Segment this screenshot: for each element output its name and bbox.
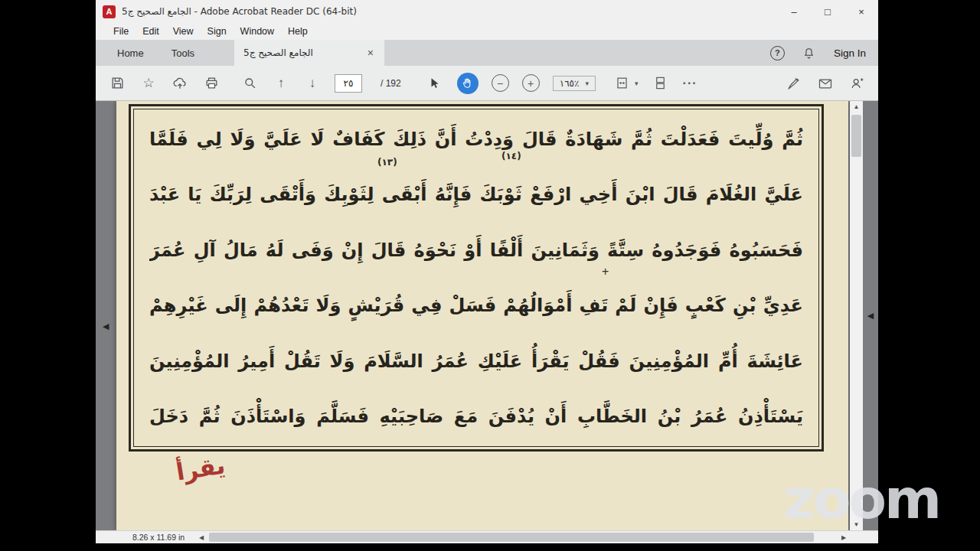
window-controls: – □ × [777, 0, 878, 23]
cloud-upload-icon[interactable] [171, 74, 189, 93]
video-frame: A الجامع الصحيح ج5 - Adobe Acrobat Reade… [0, 0, 980, 551]
zoom-in-icon[interactable]: + [522, 74, 540, 92]
menu-view[interactable]: View [166, 24, 201, 39]
more-tools-icon[interactable]: ··· [683, 77, 697, 90]
scroll-up-icon[interactable]: ▲ [850, 101, 863, 112]
text-line: عَلَيَّ الغُلَامَ قَالَ ابْنَ أَخِي ارْف… [149, 171, 803, 218]
select-tool-icon[interactable] [426, 74, 444, 93]
document-tab-label: الجامع الصحيح ج5 [243, 47, 313, 58]
help-icon[interactable]: ? [770, 46, 785, 60]
zoom-out-icon[interactable]: − [492, 74, 509, 92]
sign-in-button[interactable]: Sign In [834, 47, 866, 59]
zoom-level-dropdown[interactable]: ١٦٥٪ ▾ [553, 76, 596, 91]
tab-close-icon[interactable]: × [366, 47, 375, 59]
toolbar-share-group [785, 74, 866, 93]
text-line: عَدِيِّ بْنِ كَعْبٍ فَإِنْ لَمْ تَفِ أَم… [149, 282, 803, 329]
fill-sign-pen-icon[interactable] [785, 74, 803, 93]
footnote-marker-13: (١٣) [377, 157, 397, 168]
fit-page-icon[interactable] [612, 74, 631, 93]
window-title: الجامع الصحيح ج5 - Adobe Acrobat Reader … [122, 6, 357, 17]
vertical-scrollbar-thumb[interactable] [851, 115, 861, 157]
print-icon[interactable] [202, 74, 220, 93]
menu-sign[interactable]: Sign [201, 24, 234, 39]
vertical-scrollbar[interactable]: ▲ ▼ [850, 101, 863, 530]
tab-bar-right: ? Sign In [770, 40, 878, 66]
save-icon[interactable] [108, 74, 126, 93]
title-bar: A الجامع الصحيح ج5 - Adobe Acrobat Reade… [96, 0, 878, 23]
tab-bar: Home Tools الجامع الصحيح ج5 × ? Sign In [96, 40, 878, 66]
tools-panel-expander-icon[interactable]: ◀ [867, 311, 874, 321]
search-icon[interactable] [240, 74, 259, 93]
toolbar-view-group: ▾ ··· [612, 74, 697, 93]
text-line: ثُمَّ وُلِّيتَ فَعَدَلْتَ ثُمَّ شَهَادَة… [149, 116, 803, 163]
menu-edit[interactable]: Edit [136, 24, 166, 39]
chevron-down-icon: ▾ [586, 80, 590, 87]
previous-page-icon[interactable]: ↑ [272, 74, 290, 93]
scrollbar-corner [850, 531, 878, 543]
pane-nav-left-icon[interactable]: ◀ [103, 321, 109, 331]
acrobat-app-icon: A [103, 5, 116, 18]
manuscript-text-block: ثُمَّ وُلِّيتَ فَعَدَلْتَ ثُمَّ شَهَادَة… [133, 109, 819, 447]
tab-home[interactable]: Home [103, 40, 158, 66]
tools-panel-strip: ◀ [863, 101, 878, 530]
pdf-page[interactable]: ثُمَّ وُلِّيتَ فَعَدَلْتَ ثُمَّ شَهَادَة… [116, 101, 848, 530]
tab-tools[interactable]: Tools [158, 40, 208, 66]
page-number-input[interactable]: ٢٥ [335, 74, 362, 93]
scroll-left-icon[interactable]: ◀ [195, 534, 207, 541]
scroll-right-icon[interactable]: ▶ [838, 534, 850, 541]
status-bar: 8.26 x 11.69 in ◀ ▶ [96, 530, 878, 543]
account-person-icon[interactable] [848, 74, 866, 93]
menu-help[interactable]: Help [281, 24, 315, 39]
menu-bar: File Edit View Sign Window Help [96, 23, 878, 40]
email-icon[interactable] [816, 74, 835, 93]
text-line: يَسْتَأْذِنُ عُمَرُ بْنُ الخَطَّابِ أَنْ… [149, 393, 803, 440]
hand-tool-icon[interactable] [457, 73, 479, 94]
menu-file[interactable]: File [106, 24, 136, 39]
toolbar: ☆ ↑ ↓ ٢٥ / 192 [96, 66, 878, 101]
red-handwritten-annotation: يقرأ [175, 451, 227, 486]
text-line: فَحَسَبُوهُ فَوَجَدُوهُ سِتَّةً وَثَمَان… [149, 227, 803, 274]
next-page-icon[interactable]: ↓ [303, 74, 322, 93]
horizontal-scrollbar[interactable] [207, 531, 838, 543]
page-size-label: 8.26 x 11.69 in [132, 533, 185, 542]
toolbar-tools-group: − + ١٦٥٪ ▾ [426, 73, 596, 94]
toolbar-nav-group: ↑ ↓ ٢٥ / 192 [240, 74, 401, 93]
tab-document[interactable]: الجامع الصحيح ج5 × [234, 40, 384, 66]
menu-window[interactable]: Window [234, 24, 281, 39]
close-button[interactable]: × [844, 0, 878, 23]
document-canvas: ثُمَّ وُلِّيتَ فَعَدَلْتَ ثُمَّ شَهَادَة… [96, 101, 878, 530]
minimize-button[interactable]: – [777, 0, 811, 23]
page-total-label: / 192 [381, 78, 401, 89]
text-line: عَائِشَةَ أُمِّ المُؤْمِنِينَ فَقُلْ يَق… [149, 337, 803, 385]
maximize-button[interactable]: □ [811, 0, 844, 23]
zoom-watermark: zoom [783, 467, 939, 531]
favorite-star-icon[interactable]: ☆ [139, 74, 158, 93]
manuscript-frame: ثُمَّ وُلِّيتَ فَعَدَلْتَ ثُمَّ شَهَادَة… [129, 104, 824, 452]
toolbar-file-group: ☆ [108, 74, 220, 93]
fit-page-chevron-icon[interactable]: ▾ [635, 80, 639, 87]
acrobat-window: A الجامع الصحيح ج5 - Adobe Acrobat Reade… [96, 0, 878, 543]
notifications-bell-icon[interactable] [800, 44, 818, 62]
mouse-cursor: + [602, 265, 609, 279]
footnote-marker-14: (١٤) [501, 151, 521, 161]
page-scrolling-icon[interactable] [652, 74, 670, 93]
zoom-level-value: ١٦٥٪ [560, 78, 580, 89]
horizontal-scrollbar-thumb[interactable] [209, 533, 814, 542]
